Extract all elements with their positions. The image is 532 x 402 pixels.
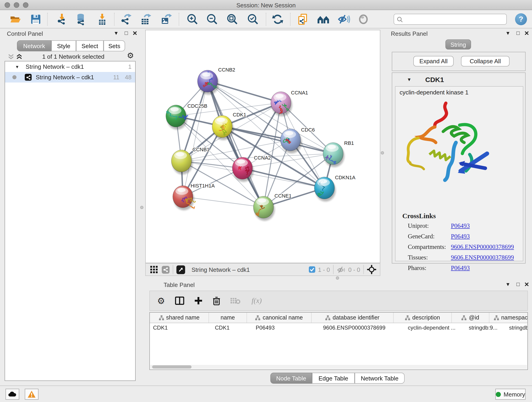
save-session-button[interactable] — [29, 12, 43, 26]
show-all-button[interactable] — [356, 12, 370, 26]
column-header-namespace[interactable]: namespace — [489, 313, 528, 323]
tab-style[interactable]: Style — [51, 40, 76, 51]
left-splitter-handle[interactable] — [140, 206, 143, 209]
network-node-RB1[interactable]: RB1 — [323, 140, 354, 167]
help-button[interactable]: ? — [515, 13, 527, 25]
network-edge[interactable] — [208, 81, 264, 207]
network-row[interactable]: String Network – cdk1 11 48 — [5, 72, 135, 83]
network-node-HIST1H1A[interactable]: HIST1H1A — [173, 183, 215, 210]
results-panel-maximize-icon[interactable]: □ — [516, 30, 520, 36]
cloud-status-button[interactable] — [6, 389, 19, 400]
tab-sets[interactable]: Sets — [104, 40, 125, 51]
fit-content-button[interactable] — [225, 12, 239, 26]
pan-tool-button[interactable] — [367, 265, 376, 274]
column-header-description[interactable]: description — [394, 313, 452, 323]
import-network-from-database-button[interactable] — [74, 12, 88, 26]
table-panel-close-icon[interactable]: ✕ — [524, 281, 529, 288]
crosslink-tissues-link[interactable]: 9606.ENSP00000378699 — [451, 254, 514, 261]
network-options-gear-icon[interactable]: ⚙ — [127, 51, 134, 61]
zoom-in-button[interactable] — [186, 12, 199, 26]
crosslink-genecard-link[interactable]: P06493 — [451, 233, 470, 240]
view-grid-toggle[interactable] — [150, 266, 158, 273]
columns-icon — [175, 297, 184, 305]
network-collection-row[interactable]: ▼ String Network – cdk1 1 — [5, 61, 135, 72]
table-settings-gear-icon[interactable]: ⚙ — [157, 295, 165, 306]
collapse-all-results-button[interactable]: Collapse All — [461, 56, 510, 66]
scrollbar-thumb[interactable] — [152, 365, 191, 369]
control-panel-close-icon[interactable]: ✕ — [133, 30, 138, 37]
houses-icon — [317, 14, 330, 25]
column-header-canonical-name[interactable]: canonical name — [247, 313, 312, 323]
column-header-label: database identifier — [333, 314, 380, 321]
control-panel-maximize-icon[interactable]: □ — [125, 30, 128, 36]
hidden-toggle[interactable] — [337, 266, 346, 273]
add-column-button[interactable] — [194, 297, 203, 305]
hide-selected-button[interactable] — [337, 12, 351, 26]
import-table-from-file-button[interactable] — [95, 12, 109, 26]
network-node-CCNA1[interactable]: CCNA1 — [271, 90, 308, 116]
table-panel-float-icon[interactable]: ▼ — [505, 281, 510, 287]
table-panel-maximize-icon[interactable]: □ — [516, 281, 520, 287]
results-panel-float-icon[interactable]: ▼ — [505, 30, 510, 36]
show-columns-button[interactable] — [175, 297, 184, 305]
crosslink-uniprot-link[interactable]: P06493 — [451, 222, 470, 230]
table-row[interactable]: CDK1CDK1P064939606.ENSP00000378699cyclin… — [150, 323, 527, 333]
collection-expand-arrow[interactable]: ▼ — [15, 64, 19, 69]
tab-node-table[interactable]: Node Table — [270, 373, 312, 384]
selected-checkbox[interactable] — [309, 266, 315, 273]
table-cell[interactable]: stringdb:9... — [466, 323, 506, 333]
warnings-button[interactable] — [25, 389, 38, 400]
expand-all-button[interactable] — [16, 54, 22, 60]
first-neighbors-button[interactable] — [317, 12, 330, 26]
tab-network-table[interactable]: Network Table — [355, 373, 405, 384]
table-cell[interactable]: CDK1 — [212, 323, 253, 333]
table-cell[interactable]: cyclin-dependent ... — [405, 323, 466, 333]
share-view-toggle[interactable] — [162, 266, 170, 274]
column-header--id[interactable]: @id — [452, 313, 489, 323]
control-panel-float-icon[interactable]: ▼ — [114, 30, 119, 36]
memory-button[interactable]: Memory — [495, 389, 526, 400]
table-cell[interactable]: stringdb — [506, 323, 528, 333]
tab-select[interactable]: Select — [76, 40, 104, 51]
open-session-button[interactable] — [9, 12, 22, 26]
network-edge[interactable] — [183, 81, 208, 197]
zoom-out-button[interactable] — [205, 12, 219, 26]
expand-all-results-button[interactable]: Expand All — [413, 56, 454, 66]
tab-network[interactable]: Network — [17, 40, 51, 51]
import-network-from-file-button[interactable] — [55, 12, 69, 26]
tab-edge-table[interactable]: Edge Table — [312, 373, 355, 384]
search-input[interactable] — [405, 16, 506, 23]
horizontal-splitter-handle[interactable] — [336, 276, 339, 280]
zoom-selected-button[interactable] — [246, 12, 260, 26]
column-header-name[interactable]: name — [209, 313, 247, 323]
new-network-from-selection-button[interactable] — [296, 12, 310, 26]
table-horizontal-scrollbar[interactable] — [150, 365, 527, 369]
refresh-button[interactable] — [271, 12, 285, 26]
table-cell[interactable]: P06493 — [253, 323, 320, 333]
tab-string[interactable]: String — [445, 39, 471, 50]
column-header-shared-name[interactable]: shared name — [150, 313, 209, 323]
crosslink-pharos-link[interactable]: P06493 — [451, 264, 470, 272]
table-cell[interactable]: CDK1 — [150, 323, 212, 333]
results-panel-close-icon[interactable]: ✕ — [524, 30, 529, 37]
network-node-CCNE1[interactable]: CCNE1 — [253, 193, 292, 221]
export-image-button[interactable] — [159, 12, 173, 26]
birds-eye-view-button[interactable] — [177, 265, 185, 274]
right-splitter-handle[interactable] — [381, 151, 384, 154]
gene-collapse-arrow[interactable]: ▼ — [407, 77, 412, 82]
delete-column-button[interactable] — [213, 296, 220, 305]
network-canvas[interactable]: CCNB2CCNA1CDC25BCDK1CDC6RB1CCNB1CCNA2CDK… — [145, 30, 380, 263]
network-node-CCNA2[interactable]: CCNA2 — [232, 155, 271, 182]
network-node-CDC25B[interactable]: CDC25B — [166, 103, 207, 129]
zoom-selected-icon — [247, 13, 259, 25]
crosslink-compartments-link[interactable]: 9606.ENSP00000378699 — [451, 243, 514, 251]
network-node-CDKN1A[interactable]: CDKN1A — [314, 175, 355, 201]
collapse-all-button[interactable] — [8, 54, 14, 60]
column-header-database-identifier[interactable]: database identifier — [312, 313, 394, 323]
network-node-CCNB2[interactable]: CCNB2 — [197, 67, 235, 95]
table-cell[interactable]: 9606.ENSP00000378699 — [320, 323, 405, 333]
plus-icon — [194, 297, 203, 305]
export-table-button[interactable] — [139, 12, 152, 26]
export-network-button[interactable] — [119, 12, 133, 26]
network-node-label: CDKN1A — [335, 175, 355, 180]
